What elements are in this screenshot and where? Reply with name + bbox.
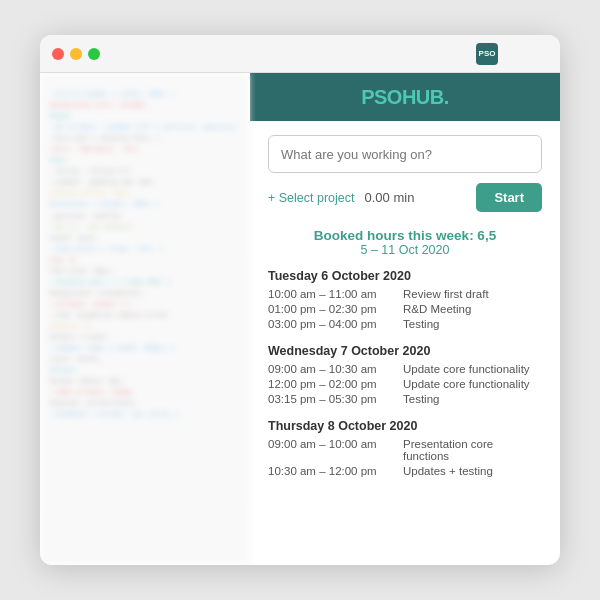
code-line: .btn-xs: .btn-default	[50, 222, 240, 233]
code-line: .dropdown-menu { z-index:999; }	[50, 277, 240, 288]
search-input[interactable]	[281, 147, 529, 162]
entry-time: 10:30 am – 12:00 pm	[268, 465, 403, 477]
code-line: padding: 0;	[50, 321, 240, 332]
booked-range: 5 – 11 Oct 2020	[268, 243, 542, 257]
code-line: #footer	[50, 365, 240, 376]
entry-row: 12:00 pm – 02:00 pmUpdate core functiona…	[268, 378, 542, 390]
entry-time: 12:00 pm – 02:00 pm	[268, 378, 403, 390]
day-section: Tuesday 6 October 202010:00 am – 11:00 a…	[268, 269, 542, 330]
app-icon: PSO	[476, 43, 498, 65]
entry-task: Testing	[403, 318, 439, 330]
entry-row: 10:30 am – 12:00 pmUpdates + testing	[268, 465, 542, 477]
select-project-link[interactable]: + Select project	[268, 191, 355, 205]
code-line: #nav:	[50, 155, 240, 166]
code-line: padding-bottom: 20px;	[50, 188, 240, 199]
code-line: .position .tooltip	[50, 211, 240, 222]
panel-body[interactable]: + Select project 0.00 min Start Booked h…	[250, 121, 560, 565]
day-section: Wednesday 7 October 202009:00 am – 10:30…	[268, 344, 542, 405]
entry-time: 01:00 pm – 02:30 pm	[268, 303, 403, 315]
day-section: Thursday 8 October 202009:00 am – 10:00 …	[268, 419, 542, 477]
timer-row: + Select project 0.00 min Start	[268, 183, 542, 212]
code-line: color: "#primary" .btn;	[50, 144, 240, 155]
code-line: .sidebar .padding-top: 0px;	[50, 177, 240, 188]
start-button[interactable]: Start	[476, 183, 542, 212]
content-area: .article-header { width: 100%; } backgro…	[40, 73, 560, 565]
code-line: .article-header { width: 100%; }	[50, 89, 240, 100]
code-line: top: 0;	[50, 255, 240, 266]
entry-task: Update core functionality	[403, 378, 530, 390]
entry-row: 09:00 am – 10:00 amPresentation core fun…	[268, 438, 542, 462]
entry-time: 03:15 pm – 05:30 pm	[268, 393, 403, 405]
main-panel: PSOHUB. + Select project 0.00 min Start …	[250, 73, 560, 565]
days-container: Tuesday 6 October 202010:00 am – 11:00 a…	[268, 269, 542, 477]
entry-row: 01:00 pm – 02:30 pmR&D Meeting	[268, 303, 542, 315]
code-line: color: white;	[50, 354, 240, 365]
entry-row: 09:00 am – 10:30 amUpdate core functiona…	[268, 363, 542, 375]
entry-row: 03:00 pm – 04:00 pmTesting	[268, 318, 542, 330]
app-logo: PSOHUB.	[361, 86, 449, 109]
code-line: .btn-primary .sidebar-left { position: a…	[50, 122, 240, 133]
code-line: .collapse .navbar { }	[50, 299, 240, 310]
entry-task: Review first draft	[403, 288, 489, 300]
code-line: .rating: .rating-3.5;	[50, 166, 240, 177]
entry-time: 09:00 am – 10:00 am	[268, 438, 403, 450]
entry-task: Update core functionality	[403, 363, 530, 375]
code-line: display: inline-block;	[50, 398, 240, 409]
day-label: Thursday 8 October 2020	[268, 419, 542, 433]
day-label: Wednesday 7 October 2020	[268, 344, 542, 358]
search-row	[268, 135, 542, 173]
code-line: width: auto;	[50, 233, 240, 244]
close-button[interactable]	[52, 48, 64, 60]
code-line: background: transparent;	[50, 288, 240, 299]
entry-time: 10:00 am – 11:00 am	[268, 288, 403, 300]
app-window: PSO .article-header { width: 100%; } bac…	[40, 35, 560, 565]
code-line: .sidebar-right { width: 250px; }	[50, 343, 240, 354]
code-line: #container { height: 100%; }	[50, 199, 240, 210]
app-header: PSOHUB.	[250, 73, 560, 121]
booked-header: Booked hours this week: 6,5 5 – 11 Oct 2…	[268, 228, 542, 257]
code-line: border-radius: 4px;	[50, 376, 240, 387]
code-line: .item-select { float: left; }	[50, 244, 240, 255]
entry-row: 03:15 pm – 05:30 pmTesting	[268, 393, 542, 405]
code-background: .article-header { width: 100%; } backgro…	[40, 73, 250, 565]
logo-hub: HUB.	[402, 86, 449, 108]
maximize-button[interactable]	[88, 48, 100, 60]
minimize-button[interactable]	[70, 48, 82, 60]
code-line: .item .glyphicon-remove-circle	[50, 310, 240, 321]
code-line: .label-primary .badge	[50, 387, 240, 398]
code-line: margin: 0 auto;	[50, 332, 240, 343]
code-line: #head	[50, 111, 240, 122]
code-line: background-color: #red34;	[50, 100, 240, 111]
entry-row: 10:00 am – 11:00 amReview first draft	[268, 288, 542, 300]
timer-value: 0.00 min	[365, 190, 467, 205]
code-preview: .article-header { width: 100%; } backgro…	[40, 73, 250, 436]
entry-time: 03:00 pm – 04:00 pm	[268, 318, 403, 330]
entry-task: Updates + testing	[403, 465, 493, 477]
entry-task: Presentation core functions	[403, 438, 542, 462]
entry-time: 09:00 am – 10:30 am	[268, 363, 403, 375]
entry-task: R&D Meeting	[403, 303, 471, 315]
code-line: .thumbnail { border: 1px solid; }	[50, 409, 240, 420]
code-line: font-size: 14px;	[50, 266, 240, 277]
booked-title: Booked hours this week: 6,5	[268, 228, 542, 243]
logo-pso: PSO	[361, 86, 402, 108]
titlebar: PSO	[40, 35, 560, 73]
day-label: Tuesday 6 October 2020	[268, 269, 542, 283]
window-controls	[52, 48, 100, 60]
code-line: .hero-unit { display:flex; }	[50, 133, 240, 144]
entry-task: Testing	[403, 393, 439, 405]
